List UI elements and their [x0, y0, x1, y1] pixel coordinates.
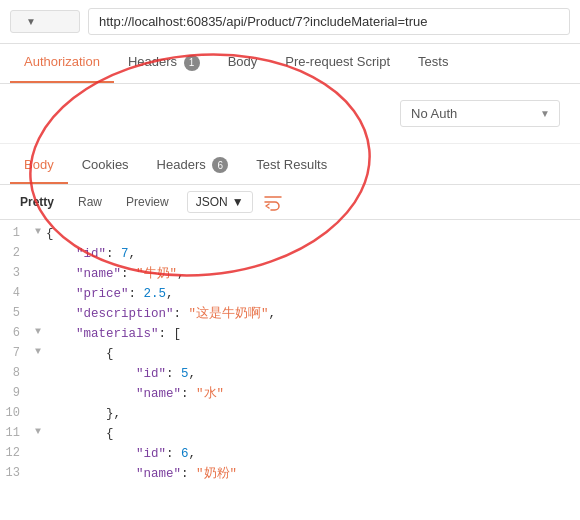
auth-type-select[interactable]: No Auth Bearer Token Basic Auth API Key: [400, 100, 560, 127]
code-line: 2 "id": 7,: [0, 244, 580, 264]
code-line: 10 },: [0, 404, 580, 424]
json-label: JSON: [196, 195, 228, 209]
line-number: 4: [0, 284, 30, 304]
headers-badge: 1: [184, 55, 200, 71]
tab-cookies[interactable]: Cookies: [68, 148, 143, 185]
tab-pre-request[interactable]: Pre-request Script: [271, 44, 404, 83]
line-number: 2: [0, 244, 30, 264]
line-content: "id": 5,: [46, 364, 580, 384]
json-chevron: ▼: [232, 195, 244, 209]
code-container: 1▼{2 "id": 7,3 "name": "牛奶",4 "price": 2…: [0, 220, 580, 484]
line-content: "id": 6,: [46, 444, 580, 464]
code-line: 9 "name": "水": [0, 384, 580, 404]
code-line: 13 "name": "奶粉": [0, 464, 580, 484]
line-toggle: [30, 264, 46, 284]
auth-type-row: No Auth Bearer Token Basic Auth API Key: [0, 84, 580, 144]
line-number: 9: [0, 384, 30, 404]
line-content: "materials": [: [46, 324, 580, 344]
url-bar: ▼: [0, 0, 580, 44]
line-toggle[interactable]: ▼: [30, 324, 46, 344]
code-line: 5 "description": "这是牛奶啊",: [0, 304, 580, 324]
line-number: 13: [0, 464, 30, 484]
raw-btn[interactable]: Raw: [68, 191, 112, 213]
pretty-btn[interactable]: Pretty: [10, 191, 64, 213]
json-output: 1▼{2 "id": 7,3 "name": "牛奶",4 "price": 2…: [0, 220, 580, 484]
preview-btn[interactable]: Preview: [116, 191, 179, 213]
line-number: 11: [0, 424, 30, 444]
line-toggle: [30, 464, 46, 484]
wrap-icon[interactable]: [263, 193, 283, 211]
method-chevron: ▼: [26, 16, 36, 27]
line-content: },: [46, 404, 580, 424]
bottom-tabs: Body Cookies Headers 6 Test Results: [0, 148, 580, 186]
line-number: 8: [0, 364, 30, 384]
line-toggle: [30, 284, 46, 304]
line-content: "price": 2.5,: [46, 284, 580, 304]
tab-body-top[interactable]: Body: [214, 44, 272, 83]
tab-body-bottom[interactable]: Body: [10, 148, 68, 185]
headers-count-badge: 6: [212, 157, 228, 173]
response-toolbar: Pretty Raw Preview JSON ▼: [0, 185, 580, 220]
code-line: 3 "name": "牛奶",: [0, 264, 580, 284]
url-input[interactable]: [88, 8, 570, 35]
line-content: "name": "奶粉": [46, 464, 580, 484]
line-content: {: [46, 424, 580, 444]
line-toggle: [30, 384, 46, 404]
line-number: 6: [0, 324, 30, 344]
tab-tests[interactable]: Tests: [404, 44, 462, 83]
line-number: 1: [0, 224, 30, 244]
line-number: 5: [0, 304, 30, 324]
tab-authorization[interactable]: Authorization: [10, 44, 114, 83]
line-number: 7: [0, 344, 30, 364]
line-toggle: [30, 404, 46, 424]
line-toggle[interactable]: ▼: [30, 344, 46, 364]
tab-test-results[interactable]: Test Results: [242, 148, 341, 185]
tab-headers-top[interactable]: Headers 1: [114, 44, 214, 83]
line-toggle: [30, 444, 46, 464]
line-number: 12: [0, 444, 30, 464]
code-line: 8 "id": 5,: [0, 364, 580, 384]
line-toggle[interactable]: ▼: [30, 224, 46, 244]
line-toggle: [30, 304, 46, 324]
top-tabs: Authorization Headers 1 Body Pre-request…: [0, 44, 580, 84]
code-line: 1▼{: [0, 224, 580, 244]
line-content: "name": "水": [46, 384, 580, 404]
line-content: "name": "牛奶",: [46, 264, 580, 284]
tab-headers-bottom[interactable]: Headers 6: [143, 148, 243, 185]
line-number: 3: [0, 264, 30, 284]
line-content: {: [46, 344, 580, 364]
method-selector[interactable]: ▼: [10, 10, 80, 33]
line-number: 10: [0, 404, 30, 424]
code-line: 11▼ {: [0, 424, 580, 444]
line-content: "id": 7,: [46, 244, 580, 264]
code-line: 12 "id": 6,: [0, 444, 580, 464]
line-toggle: [30, 244, 46, 264]
line-toggle[interactable]: ▼: [30, 424, 46, 444]
json-format-selector[interactable]: JSON ▼: [187, 191, 253, 213]
code-line: 4 "price": 2.5,: [0, 284, 580, 304]
line-content: "description": "这是牛奶啊",: [46, 304, 580, 324]
line-content: {: [46, 224, 580, 244]
line-toggle: [30, 364, 46, 384]
auth-type-wrapper[interactable]: No Auth Bearer Token Basic Auth API Key: [400, 100, 560, 127]
code-line: 6▼ "materials": [: [0, 324, 580, 344]
code-line: 7▼ {: [0, 344, 580, 364]
